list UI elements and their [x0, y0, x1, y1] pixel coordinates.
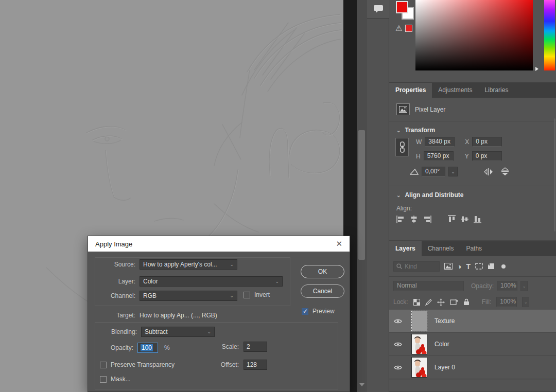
height-input[interactable]: 5760 px [424, 151, 454, 161]
layer-thumbnail[interactable] [412, 358, 427, 377]
mask-row[interactable]: Mask... [100, 376, 131, 383]
align-horizontal-centers-button[interactable] [410, 216, 418, 223]
opacity-value[interactable]: 100% [497, 281, 517, 291]
transform-header[interactable]: ⌄ Transform [396, 127, 556, 134]
apply-image-dialog: Apply Image ✕ Source: How to apply Apert… [88, 236, 350, 392]
gamut-closest-color-swatch[interactable] [405, 25, 412, 32]
angle-dropdown-button[interactable]: ⌄ [448, 167, 458, 176]
layer-search-box[interactable]: Kind [393, 261, 440, 272]
layer-thumbnail[interactable] [412, 334, 427, 354]
filter-type-layers-button[interactable]: T [466, 262, 471, 271]
collapse-chevron-icon[interactable]: ⌄ [396, 128, 401, 133]
dialog-title-bar[interactable]: Apply Image ✕ [88, 236, 350, 252]
search-icon [396, 263, 402, 269]
opacity-input[interactable]: 100 [137, 343, 158, 353]
saturation-brightness-field[interactable] [415, 0, 533, 70]
panel-scrollbar[interactable] [554, 118, 555, 231]
invert-checkbox[interactable] [244, 292, 250, 298]
tab-channels[interactable]: Channels [422, 241, 460, 256]
offset-input[interactable]: 128 [244, 360, 267, 370]
filter-smart-objects-button[interactable] [488, 263, 495, 270]
lock-pixels-button[interactable] [425, 299, 432, 306]
visibility-eye-icon[interactable] [394, 342, 402, 347]
layer-row-color[interactable]: Color [389, 333, 556, 356]
layer-name[interactable]: Texture [431, 317, 455, 325]
width-input[interactable]: 3840 px [425, 137, 455, 147]
layers-panel-footer [389, 380, 556, 392]
visibility-eye-icon[interactable] [394, 318, 402, 324]
layer-name[interactable]: Layer 0 [431, 364, 455, 371]
foreground-color-swatch[interactable] [396, 1, 408, 13]
lock-artboard-button[interactable] [450, 299, 458, 306]
link-dimensions-button[interactable] [395, 138, 409, 156]
align-bottom-edges-button[interactable] [474, 215, 481, 223]
x-input[interactable]: 0 px [472, 137, 502, 147]
y-input[interactable]: 0 px [472, 151, 502, 161]
lock-transparency-button[interactable] [413, 299, 420, 306]
height-label: H [416, 153, 421, 160]
blending-select[interactable]: Subtract⌄ [141, 327, 215, 337]
lock-all-button[interactable] [463, 298, 470, 306]
hue-slider[interactable] [544, 0, 555, 70]
tab-libraries[interactable]: Libraries [478, 83, 514, 98]
channel-select[interactable]: RGB⌄ [140, 291, 237, 301]
tab-adjustments[interactable]: Adjustments [432, 83, 478, 98]
flip-horizontal-button[interactable] [483, 168, 494, 175]
target-value: How to apply Ap... (..., RGB) [140, 312, 217, 319]
tab-properties[interactable]: Properties [389, 83, 432, 98]
align-header[interactable]: ⌄ Align and Distribute [396, 191, 556, 199]
properties-tab-bar: Properties Adjustments Libraries [389, 83, 556, 98]
filter-adjustment-layers-button[interactable]: ◑ [457, 262, 461, 271]
scrollbar-thumb[interactable] [358, 130, 365, 260]
width-label: W [416, 138, 422, 146]
blend-mode-select[interactable]: Normal [393, 281, 464, 291]
source-label: Source: [94, 261, 135, 268]
opacity-unit: % [164, 344, 170, 351]
blending-label: Blending: [94, 328, 137, 335]
filtering-toggle[interactable] [501, 264, 506, 269]
scrollbar-down-arrow-icon[interactable] [359, 383, 364, 386]
layer-row-layer0[interactable]: Layer 0 [389, 356, 556, 379]
layer-label: Layer: [94, 278, 135, 285]
invert-checkbox-row[interactable]: Invert [244, 291, 270, 298]
align-top-edges-button[interactable] [448, 215, 456, 223]
cancel-button[interactable]: Cancel [301, 284, 344, 298]
tab-layers[interactable]: Layers [389, 241, 422, 256]
align-vertical-centers-button[interactable] [461, 215, 468, 223]
layer-thumbnail[interactable] [412, 311, 427, 331]
ok-button[interactable]: OK [301, 265, 344, 278]
layer-select[interactable]: Color⌄ [140, 276, 283, 287]
document-vertical-scrollbar[interactable] [357, 0, 367, 392]
collapse-chevron-icon[interactable]: ⌄ [396, 192, 401, 198]
layer-name[interactable]: Color [431, 341, 449, 348]
preview-checkbox[interactable] [302, 308, 308, 315]
fill-value[interactable]: 100% [496, 297, 517, 307]
fill-dropdown-button[interactable]: ⌄ [522, 297, 529, 307]
blend-mode-row: Normal Opacity: 100% ⌄ [389, 278, 556, 294]
visibility-eye-icon[interactable] [394, 365, 402, 370]
mask-checkbox[interactable] [100, 376, 107, 383]
picker-flyout-arrow-icon[interactable] [535, 67, 538, 71]
preserve-transparency-checkbox[interactable] [100, 362, 107, 368]
flip-vertical-button[interactable] [501, 167, 509, 176]
layer-row-texture[interactable]: Texture [389, 310, 556, 333]
rotation-angle-input[interactable]: 0,00° [422, 167, 445, 176]
tab-paths[interactable]: Paths [460, 241, 488, 256]
filter-shape-layers-button[interactable] [475, 263, 483, 270]
layer-type-label: Pixel Layer [415, 106, 445, 113]
filter-pixel-layers-button[interactable] [444, 263, 453, 270]
preview-label: Preview [312, 308, 335, 315]
close-icon[interactable]: ✕ [336, 239, 342, 248]
panel-column: ⚠ Properties Adjustments Libraries Pixel… [389, 0, 556, 392]
scale-input[interactable]: 2 [244, 342, 267, 352]
preview-row[interactable]: Preview [302, 308, 335, 315]
gamut-warning-icon: ⚠ [395, 24, 405, 33]
align-right-edges-button[interactable] [423, 216, 431, 223]
preserve-transparency-row[interactable]: Preserve Transparency [100, 361, 175, 368]
lock-position-button[interactable] [437, 298, 445, 306]
source-select[interactable]: How to apply Aperty's col...⌄ [140, 259, 237, 270]
comments-panel-button[interactable] [367, 0, 389, 19]
opacity-dropdown-button[interactable]: ⌄ [520, 281, 528, 291]
x-label: X [465, 138, 469, 146]
align-left-edges-button[interactable] [396, 216, 405, 223]
